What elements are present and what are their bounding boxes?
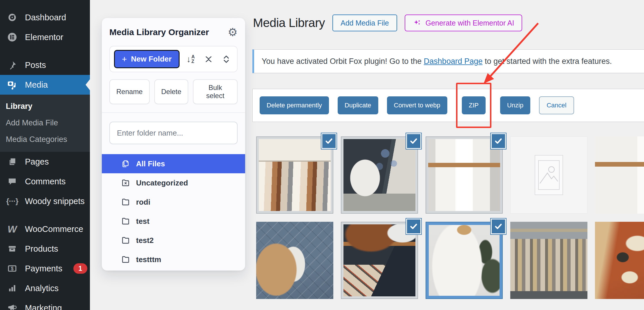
comment-bubble-icon (6, 176, 18, 187)
folder-list: All Files Uncategorized rodi test (102, 154, 245, 269)
folder-item-rodi[interactable]: rodi (102, 192, 245, 212)
thumbnail (343, 224, 415, 296)
folder-label: test2 (136, 236, 154, 245)
pages-icon (6, 156, 18, 167)
folder-name-input[interactable] (109, 122, 238, 144)
sidebar-item-label: WooCommerce (25, 224, 83, 234)
sidebar-item-label: Posts (25, 60, 46, 70)
woocommerce-icon: W (6, 223, 18, 235)
selected-checkbox[interactable] (491, 133, 506, 149)
bulk-select-button[interactable]: Bulk select (193, 79, 238, 104)
thumbnail (510, 222, 587, 299)
bar-chart-icon (6, 282, 18, 294)
folder-item-test2[interactable]: test2 (102, 231, 245, 250)
convert-to-webp-button[interactable]: Convert to webp (387, 96, 447, 114)
unzip-button[interactable]: Unzip (500, 96, 530, 114)
sidebar-item-products[interactable]: Products (0, 239, 90, 259)
folder-actions-row: Rename Delete Bulk select (109, 79, 238, 104)
all-files-icon (121, 159, 130, 168)
media-item-white-tank-top[interactable] (426, 222, 503, 299)
sidebar-item-label: Comments (25, 177, 66, 186)
folder-label: testttm (136, 255, 161, 264)
payments-card-icon: $ (6, 263, 18, 274)
selected-checkbox[interactable] (321, 133, 337, 149)
sort-az-icon[interactable]: ↓AZ (184, 53, 197, 66)
sidebar-item-dashboard[interactable]: Dashboard (0, 8, 90, 27)
sidebar-item-pages[interactable]: Pages (0, 152, 90, 172)
folder-item-uncategorized[interactable]: Uncategorized (102, 173, 245, 192)
dashboard-page-link[interactable]: Dashboard Page (424, 57, 483, 66)
folder-label: rodi (136, 198, 150, 207)
sidebar-item-woody-snippets[interactable]: {···} Woody snippets (0, 191, 90, 211)
sidebar-item-comments[interactable]: Comments (0, 172, 90, 191)
expand-collapse-icon[interactable] (220, 53, 233, 66)
pushpin-icon (6, 59, 18, 71)
selected-checkbox[interactable] (491, 219, 506, 234)
new-folder-button[interactable]: + New Folder (114, 50, 180, 68)
media-item-white-coat-2[interactable] (595, 136, 644, 214)
ai-button-label: Generate with Elementor AI (426, 19, 514, 27)
sidebar-subitem-add-media-file[interactable]: Add Media File (0, 115, 90, 131)
thumbnail (256, 222, 333, 299)
submenu-label: Library (6, 102, 32, 111)
cancel-button[interactable]: Cancel (539, 96, 574, 114)
folder-item-test[interactable]: test (102, 212, 245, 231)
plus-icon: + (122, 55, 127, 64)
add-media-file-label: Add Media File (341, 19, 389, 27)
bulk-actions-bar: Delete permanently Duplicate Convert to … (252, 89, 644, 122)
generate-with-elementor-ai-button[interactable]: Generate with Elementor AI (405, 15, 522, 31)
megaphone-icon (6, 302, 18, 310)
sidebar-item-posts[interactable]: Posts (0, 55, 90, 75)
media-submenu: Library Add Media File Media Categories (0, 95, 90, 152)
selected-checkbox[interactable] (406, 219, 421, 234)
folder-item-testttm[interactable]: testttm (102, 250, 245, 269)
new-folder-label: New Folder (131, 55, 172, 64)
sidebar-item-analytics[interactable]: Analytics (0, 278, 90, 298)
submenu-label: Media Categories (6, 135, 67, 144)
sidebar-subitem-media-categories[interactable]: Media Categories (0, 131, 90, 148)
folder-icon (121, 236, 130, 245)
dashboard-gauge-icon (6, 12, 18, 23)
zip-button[interactable]: ZIP (462, 96, 486, 114)
folder-label: Uncategorized (136, 179, 188, 188)
rename-button[interactable]: Rename (109, 79, 150, 104)
sidebar-item-elementor[interactable]: Elementor (0, 27, 90, 47)
duplicate-button[interactable]: Duplicate (338, 96, 378, 114)
thumbnail (595, 222, 644, 299)
sidebar-item-label: Dashboard (25, 13, 66, 22)
media-item-floral-fabric[interactable] (595, 222, 644, 299)
media-item-missing-placeholder[interactable] (510, 136, 587, 214)
media-item-wardrobe[interactable] (510, 222, 587, 299)
media-grid (256, 136, 644, 299)
sidebar-item-label: Media (25, 80, 48, 90)
folder-icon (121, 217, 130, 226)
media-item-clothes-rack[interactable] (256, 136, 333, 214)
sidebar-item-label: Woody snippets (25, 197, 85, 206)
media-item-outfit-flatlay[interactable] (341, 222, 418, 299)
sidebar-subitem-library[interactable]: Library (0, 98, 90, 115)
sidebar-item-payments[interactable]: $ Payments 1 (0, 259, 90, 278)
sidebar-item-marketing[interactable]: Marketing (0, 298, 90, 310)
media-item-watch-and-glove[interactable] (256, 222, 333, 299)
sidebar-item-label: Payments (25, 264, 62, 273)
collapse-all-icon[interactable] (202, 53, 215, 66)
media-item-white-backpack[interactable] (341, 136, 418, 214)
folder-item-all-files[interactable]: All Files (102, 154, 245, 173)
organizer-toolbar: + New Folder ↓AZ (109, 46, 238, 72)
delete-button[interactable]: Delete (154, 79, 188, 104)
delete-permanently-button[interactable]: Delete permanently (260, 96, 329, 114)
thumbnail (428, 139, 500, 211)
elementor-icon (6, 31, 18, 43)
add-media-file-button[interactable]: Add Media File (332, 15, 397, 31)
ai-sparkle-icon (413, 19, 422, 27)
sidebar-item-label: Analytics (25, 284, 59, 293)
sidebar-item-woocommerce[interactable]: W WooCommerce (0, 219, 90, 239)
sidebar-item-label: Marketing (25, 303, 62, 310)
svg-text:$: $ (11, 266, 14, 271)
media-item-white-coat[interactable] (426, 136, 503, 214)
selected-checkbox[interactable] (406, 133, 421, 149)
notice-text: You have activated Orbit Fox plugin! Go … (262, 57, 424, 66)
gear-icon[interactable]: ⚙ (228, 27, 238, 38)
sidebar-item-media[interactable]: Media (0, 75, 90, 95)
folder-label: All Files (136, 159, 165, 168)
